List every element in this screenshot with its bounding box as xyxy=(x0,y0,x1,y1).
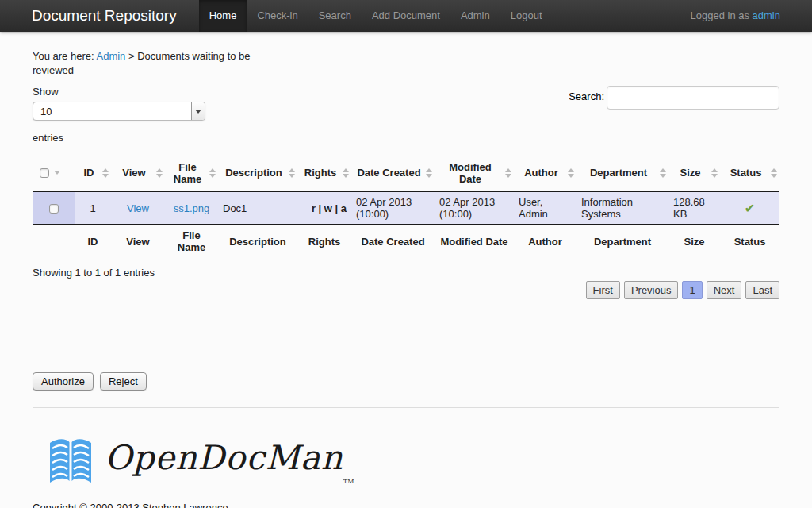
pagination: First Previous 1 Next Last xyxy=(33,281,779,299)
header-rights[interactable]: Rights xyxy=(297,155,351,191)
nav-check-in[interactable]: Check-in xyxy=(247,0,308,32)
sort-icon[interactable] xyxy=(711,168,718,178)
header-description[interactable]: Description xyxy=(218,155,297,191)
select-dropdown-icon[interactable] xyxy=(191,102,205,120)
header-file-name[interactable]: File Name xyxy=(165,155,218,191)
header-date-created[interactable]: Date Created xyxy=(351,155,435,191)
page-size-value: 10 xyxy=(33,106,191,117)
table-footer-row: ID View File Name Description Rights Dat… xyxy=(33,225,779,257)
cell-id: 1 xyxy=(75,191,111,225)
pagination-first-button[interactable]: First xyxy=(586,281,620,299)
show-entries-control: Show 10 entries xyxy=(33,86,205,144)
footer-view: View xyxy=(111,225,165,257)
sort-icon[interactable] xyxy=(568,168,574,178)
table-controls: Show 10 entries Search: xyxy=(33,86,779,144)
cell-file-name: ss1.png xyxy=(165,191,218,225)
footer-description: Description xyxy=(218,225,297,257)
main-nav: Home Check-in Search Add Document Admin … xyxy=(199,0,553,32)
content: You are here: Admin > Documents waiting … xyxy=(0,32,812,508)
app-title: Document Repository xyxy=(0,0,177,32)
bulk-actions: Authorize Reject xyxy=(33,372,779,391)
show-label: Show xyxy=(33,86,205,98)
pagination-previous-button[interactable]: Previous xyxy=(624,281,679,299)
file-name-link[interactable]: ss1.png xyxy=(174,202,210,214)
cell-modified-date: 02 Apr 2013 (10:00) xyxy=(435,191,514,225)
header-size[interactable]: Size xyxy=(668,155,720,191)
sort-icon[interactable] xyxy=(102,168,109,178)
nav-add-document[interactable]: Add Document xyxy=(362,0,450,32)
cell-rights: r | w | a xyxy=(297,191,351,225)
header-view[interactable]: View xyxy=(111,155,165,191)
navbar: Document Repository Home Check-in Search… xyxy=(0,0,812,32)
reject-button[interactable]: Reject xyxy=(100,372,147,391)
header-author[interactable]: Author xyxy=(514,155,576,191)
select-all-checkbox[interactable] xyxy=(40,168,49,178)
footer-modified-date: Modified Date xyxy=(435,225,514,257)
sort-icon[interactable] xyxy=(426,168,432,178)
search-control: Search: xyxy=(569,86,779,144)
cell-department: Information Systems xyxy=(576,191,668,225)
entries-label: entries xyxy=(33,132,205,144)
sort-icon[interactable] xyxy=(289,168,295,178)
nav-logout[interactable]: Logout xyxy=(500,0,553,32)
row-select-cell xyxy=(33,191,75,225)
footer-date-created: Date Created xyxy=(351,225,435,257)
page: Document Repository Home Check-in Search… xyxy=(0,0,812,508)
pagination-last-button[interactable]: Last xyxy=(745,281,779,299)
status-approved-check-icon: ✔ xyxy=(745,202,755,215)
page-size-select[interactable]: 10 xyxy=(33,102,205,121)
nav-search[interactable]: Search xyxy=(308,0,362,32)
header-modified-date[interactable]: Modified Date xyxy=(435,155,514,191)
sort-icon[interactable] xyxy=(209,168,216,178)
sort-desc-icon xyxy=(54,171,60,175)
footer-size: Size xyxy=(668,225,720,257)
entries-summary: Showing 1 to 1 of 1 entries xyxy=(33,267,779,279)
view-link[interactable]: View xyxy=(127,202,149,214)
table-row: 1 View ss1.png Doc1 r | w | a 02 Apr 201… xyxy=(33,191,779,225)
nav-home[interactable]: Home xyxy=(199,0,247,32)
breadcrumb-prefix: You are here: xyxy=(33,50,94,62)
breadcrumb-separator: > xyxy=(128,50,135,62)
breadcrumb-admin-link[interactable]: Admin xyxy=(97,50,126,62)
cell-status: ✔ xyxy=(720,191,779,225)
trademark-symbol: TM xyxy=(343,478,354,485)
footer-department: Department xyxy=(576,225,668,257)
username-link[interactable]: admin xyxy=(753,10,780,21)
copyright-text: Copyright © 2000-2013 Stephen Lawrence xyxy=(33,502,779,508)
logged-in-prefix: Logged in as xyxy=(691,10,749,21)
footer-empty-cell xyxy=(33,225,75,257)
search-label: Search: xyxy=(569,90,604,102)
sort-icon[interactable] xyxy=(660,168,666,178)
header-department[interactable]: Department xyxy=(576,155,668,191)
footer-id: ID xyxy=(75,225,111,257)
breadcrumb: You are here: Admin > Documents waiting … xyxy=(33,49,270,78)
footer-rights: Rights xyxy=(297,225,351,257)
table-header-row: ID View File Name Description Rights Dat… xyxy=(33,155,779,191)
sort-icon[interactable] xyxy=(156,168,163,178)
search-input[interactable] xyxy=(607,86,779,110)
documents-table: ID View File Name Description Rights Dat… xyxy=(33,155,779,257)
footer-divider xyxy=(33,407,779,408)
header-status[interactable]: Status xyxy=(720,155,779,191)
header-id[interactable]: ID xyxy=(75,155,111,191)
cell-size: 128.68 KB xyxy=(668,191,720,225)
sort-icon[interactable] xyxy=(343,168,349,178)
cell-view: View xyxy=(111,191,165,225)
cell-date-created: 02 Apr 2013 (10:00) xyxy=(351,191,435,225)
pagination-page-1-button[interactable]: 1 xyxy=(682,281,702,299)
footer-file-name: File Name xyxy=(165,225,218,257)
sort-icon[interactable] xyxy=(505,168,511,178)
pagination-next-button[interactable]: Next xyxy=(707,281,742,299)
cell-description: Doc1 xyxy=(218,191,297,225)
row-checkbox[interactable] xyxy=(49,204,59,214)
open-book-icon xyxy=(48,437,94,486)
footer-status: Status xyxy=(720,225,779,257)
sort-icon[interactable] xyxy=(771,168,777,178)
opendocman-logo: OpenDocManTM xyxy=(48,437,779,486)
authorize-button[interactable]: Authorize xyxy=(33,372,94,391)
cell-author: User, Admin xyxy=(514,191,576,225)
nav-admin[interactable]: Admin xyxy=(450,0,500,32)
footer-author: Author xyxy=(514,225,576,257)
header-select-all xyxy=(33,155,75,191)
logo-wordmark: OpenDocManTM xyxy=(105,438,354,485)
